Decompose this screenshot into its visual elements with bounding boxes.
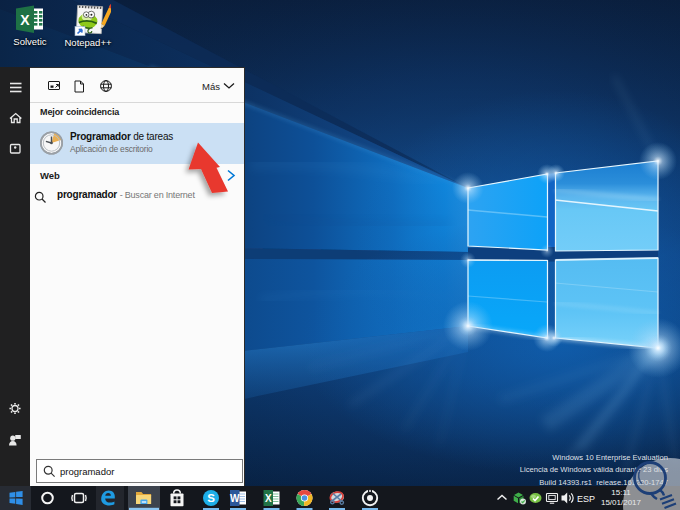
svg-text:Aplicación de escritorio: Aplicación de escritorio xyxy=(70,144,153,154)
svg-text:S: S xyxy=(207,492,215,504)
svg-text:X: X xyxy=(20,12,30,28)
svg-text:ESP: ESP xyxy=(577,494,595,504)
svg-text:Programador de tareas: Programador de tareas xyxy=(70,131,173,142)
svg-text:W: W xyxy=(230,493,240,504)
svg-text:X: X xyxy=(265,493,272,504)
svg-text:Más: Más xyxy=(202,81,220,92)
